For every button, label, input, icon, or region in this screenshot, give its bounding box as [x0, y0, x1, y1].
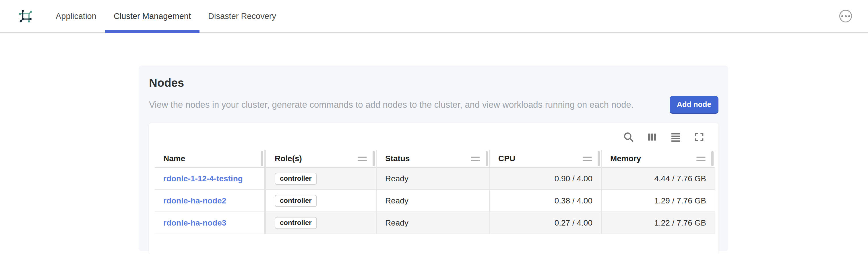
tab-cluster-management[interactable]: Cluster Management [105, 0, 199, 32]
column-header-cpu[interactable]: CPU [490, 150, 601, 168]
tab-application[interactable]: Application [47, 0, 105, 32]
cell-name: rdonle-ha-node3 [155, 212, 266, 234]
page-title: Nodes [149, 76, 718, 90]
table-header-row: Name Role(s) Status CPU [155, 150, 715, 168]
column-drag-icon[interactable] [358, 157, 367, 161]
column-drag-icon[interactable] [696, 157, 706, 161]
toggle-fullscreen-icon[interactable] [693, 131, 706, 144]
cell-cpu: 0.90 / 4.00 [490, 168, 601, 190]
cell-cpu: 0.38 / 4.00 [490, 190, 601, 212]
node-link[interactable]: rdonle-ha-node2 [163, 196, 226, 205]
column-header-roles[interactable]: Role(s) [266, 150, 377, 168]
table-row: rdonle-ha-node2 controller Ready 0.38 / … [155, 190, 715, 212]
table-row: rdonle-1-12-4-testing controller Ready 0… [155, 168, 715, 190]
column-header-status[interactable]: Status [377, 150, 490, 168]
page-description: View the nodes in your cluster, generate… [149, 100, 633, 110]
tab-disaster-recovery[interactable]: Disaster Recovery [199, 0, 285, 32]
nav-spacer [285, 0, 839, 32]
nav-tabs: Application Cluster Management Disaster … [47, 0, 285, 32]
column-resize-handle[interactable] [486, 151, 488, 166]
cell-memory: 1.29 / 7.76 GB [601, 190, 715, 212]
cluster-logo-icon [18, 7, 35, 25]
nodes-table: Name Role(s) Status CPU [155, 150, 715, 234]
nodes-panel: Nodes View the nodes in your cluster, ge… [138, 65, 728, 251]
ellipsis-icon [841, 15, 843, 17]
cell-status: Ready [377, 212, 490, 234]
column-resize-handle[interactable] [261, 151, 263, 166]
cell-roles: controller [266, 212, 377, 234]
column-header-memory[interactable]: Memory [601, 150, 715, 168]
panel-description-row: View the nodes in your cluster, generate… [149, 96, 718, 114]
column-resize-handle[interactable] [598, 151, 600, 166]
cell-name: rdonle-1-12-4-testing [155, 168, 266, 190]
role-badge: controller [275, 195, 317, 207]
cell-memory: 4.44 / 7.76 GB [601, 168, 715, 190]
column-header-name[interactable]: Name [155, 150, 266, 168]
table-row: rdonle-ha-node3 controller Ready 0.27 / … [155, 212, 715, 234]
nodes-table-card: Name Role(s) Status CPU [149, 123, 718, 254]
top-navbar: Application Cluster Management Disaster … [0, 0, 868, 33]
overflow-menu-button[interactable] [839, 10, 852, 22]
cell-status: Ready [377, 190, 490, 212]
toggle-density-icon[interactable] [669, 131, 682, 144]
node-link[interactable]: rdonle-1-12-4-testing [163, 174, 243, 183]
node-link[interactable]: rdonle-ha-node3 [163, 218, 226, 228]
column-resize-handle[interactable] [373, 151, 375, 166]
cell-memory: 1.22 / 7.76 GB [601, 212, 715, 234]
search-icon[interactable] [622, 131, 635, 144]
cell-roles: controller [266, 190, 377, 212]
cell-status: Ready [377, 168, 490, 190]
column-drag-icon[interactable] [471, 157, 480, 161]
role-badge: controller [275, 217, 317, 229]
column-resize-handle[interactable] [711, 151, 714, 166]
add-node-button[interactable]: Add node [670, 96, 718, 114]
show-hide-columns-icon[interactable] [646, 131, 659, 144]
column-drag-icon[interactable] [583, 157, 592, 161]
table-toolbar [155, 131, 718, 144]
cell-cpu: 0.27 / 4.00 [490, 212, 601, 234]
cell-roles: controller [266, 168, 377, 190]
cell-name: rdonle-ha-node2 [155, 190, 266, 212]
role-badge: controller [275, 173, 317, 185]
